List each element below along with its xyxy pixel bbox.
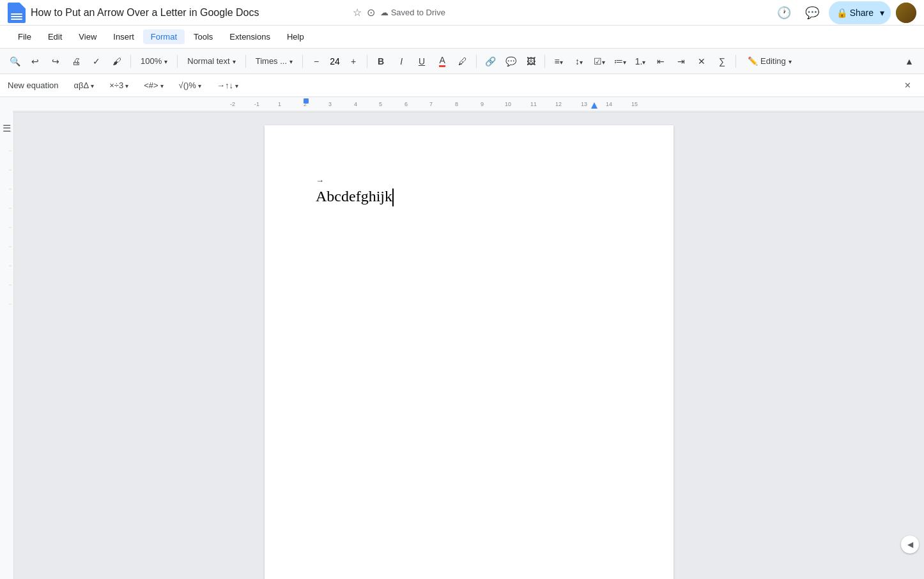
ops-label: ×÷3 [109,81,123,90]
relations-chevron [160,81,164,90]
numbered-list-button[interactable]: 1. [631,52,650,71]
close-equation-bar-button[interactable]: ✕ [898,77,916,95]
relations-button[interactable]: <#> [139,79,168,91]
ops-chevron [125,81,128,90]
text-color-button[interactable]: A [433,52,452,71]
editing-mode-selector[interactable]: ✏️ Editing [743,52,797,71]
pencil-icon: ✏️ [748,56,758,66]
insert-link-button[interactable]: 🔗 [481,52,500,71]
document-content[interactable]: → Abcdefghijk [316,176,622,208]
indent-decrease-button[interactable]: ⇤ [651,52,670,71]
arrow-annotation: → [316,176,622,185]
editing-mode-label: Editing [760,56,786,66]
svg-text:12: 12 [555,101,562,107]
underline-button[interactable]: U [412,52,431,71]
checklist-chevron [602,56,605,66]
paragraph-style-selector[interactable]: Normal text [181,52,241,71]
toolbar-separator [735,55,736,68]
toolbar-separator [302,55,303,68]
bullet-list-button[interactable]: ≔ [610,52,629,71]
vertical-ruler [0,112,13,579]
italic-button[interactable]: I [392,52,411,71]
svg-text:13: 13 [581,101,587,107]
avatar[interactable] [896,3,916,23]
font-size-value[interactable]: 24 [326,56,344,66]
font-size-decrease-button[interactable]: − [307,52,326,71]
print-button[interactable]: 🖨 [66,52,86,71]
share-label: Share [850,8,874,18]
toolbar-separator [177,55,178,68]
math-chevron [198,81,201,90]
math-button[interactable]: √()% [174,79,206,91]
document-text[interactable]: Abcdefghijk [316,185,622,208]
left-panel: ☰ [0,112,14,579]
highlight-color-button[interactable]: 🖊 [453,52,472,71]
toolbar-expand-button[interactable]: ▲ [900,52,919,71]
svg-rect-19 [304,98,309,104]
bold-button[interactable]: B [371,52,390,71]
font-size-increase-button[interactable]: + [344,52,363,71]
zoom-value: 100% [141,56,162,66]
toolbar-separator [544,55,545,68]
relations-label: <#> [144,81,158,90]
share-button[interactable]: 🔒 Share ▾ [829,1,891,24]
font-selector[interactable]: Times ... [250,52,298,71]
svg-text:9: 9 [481,101,484,107]
menu-view[interactable]: View [71,29,104,44]
folder-icon[interactable]: ⊙ [367,6,375,19]
clear-formatting-button[interactable]: ✕ [692,52,711,71]
star-icon[interactable]: ☆ [353,6,362,19]
svg-text:6: 6 [404,101,408,107]
menu-edit[interactable]: Edit [40,29,70,44]
menu-tools[interactable]: Tools [186,29,220,44]
insert-comment-button[interactable]: 💬 [501,52,520,71]
toolbar-separator [245,55,246,68]
greek-chevron [91,81,94,90]
outline-toggle-button[interactable]: ☰ [3,123,11,134]
menu-insert[interactable]: Insert [105,29,142,44]
share-dropdown-arrow[interactable]: ▾ [876,8,888,18]
history-icon[interactable]: 🕐 [773,1,796,24]
comment-icon[interactable]: 💬 [801,1,824,24]
highlight-icon: 🖊 [458,56,467,66]
svg-text:14: 14 [606,101,612,107]
document-page[interactable]: → Abcdefghijk [265,125,674,579]
text-cursor [392,189,394,206]
text-color-icon: A [439,55,445,67]
greek-label: αβΔ [74,81,89,90]
undo-button[interactable]: ↩ [26,52,45,71]
arrows-button[interactable]: →↑↓ [212,79,243,91]
svg-text:-1: -1 [254,101,259,107]
indent-increase-button[interactable]: ⇥ [672,52,691,71]
paint-format-button[interactable]: 🖌 [107,52,127,71]
menu-format[interactable]: Format [143,29,185,44]
expand-collapse-button[interactable]: ◀ [901,536,919,553]
svg-rect-21 [0,112,13,579]
menu-extensions[interactable]: Extensions [222,29,278,44]
menu-file[interactable]: File [10,29,39,44]
alignment-button[interactable]: ≡ [549,52,568,71]
redo-button[interactable]: ↪ [46,52,65,71]
line-spacing-button[interactable]: ↕ [569,52,589,71]
search-button[interactable]: 🔍 [5,52,24,71]
insert-image-button[interactable]: 🖼 [521,52,541,71]
svg-text:3: 3 [328,101,332,107]
editing-mode-chevron [789,56,792,66]
doc-icon-decoration [11,13,22,20]
greek-letters-button[interactable]: αβΔ [69,79,100,91]
operations-button[interactable]: ×÷3 [104,79,134,91]
checklist-button[interactable]: ☑ [590,52,609,71]
svg-text:7: 7 [429,101,433,107]
equation-button[interactable]: ∑ [712,52,732,71]
equation-bar: New equation αβΔ ×÷3 <#> √()% →↑↓ ✕ [0,74,924,97]
spell-check-button[interactable]: ✓ [87,52,106,71]
font-size-container: − 24 + [307,52,363,71]
doc-line [11,16,22,17]
page-area[interactable]: → Abcdefghijk ◀ [14,112,924,579]
arrows-chevron [235,81,238,90]
zoom-selector[interactable]: 100% [135,52,173,71]
ruler-svg: -2 -1 1 2 3 4 5 6 7 8 9 10 11 12 13 14 1… [13,97,924,112]
new-equation-label: New equation [8,81,59,90]
alignment-chevron [560,56,563,66]
menu-help[interactable]: Help [279,29,312,44]
